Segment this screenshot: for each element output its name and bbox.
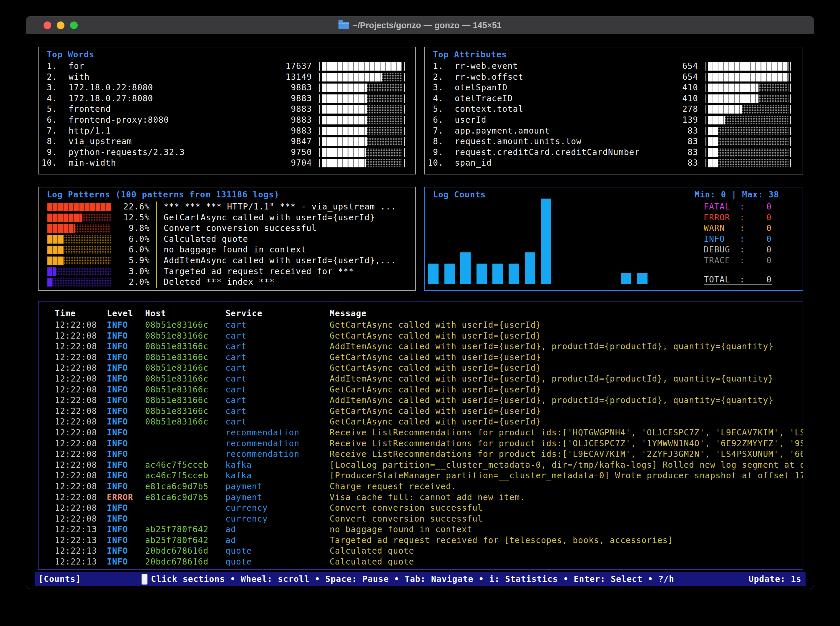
log-row[interactable]: 12:22:08 INFO 08b51e83166c cart GetCartA… xyxy=(39,352,802,363)
log-level: INFO xyxy=(107,557,128,568)
log-host: e81ca6c9d7b5 xyxy=(145,481,209,492)
log-row[interactable]: 12:22:08 INFO recommendation Receive Lis… xyxy=(39,427,802,438)
log-message: AddItemAsync called with userId={userId}… xyxy=(330,341,802,352)
log-service: payment xyxy=(226,492,263,503)
log-message: Receive ListRecommendations for product … xyxy=(330,438,802,449)
word-label: with xyxy=(69,72,90,83)
log-row[interactable]: 12:22:08 ERROR e81ca6c9d7b5 payment Visa… xyxy=(39,492,802,503)
attribute-count: 278 xyxy=(631,104,698,115)
log-time: 12:22:08 xyxy=(55,513,97,524)
top-word-row: 10. min-width 9704 xyxy=(39,158,415,169)
log-time: 12:22:13 xyxy=(55,524,97,535)
log-message: Charge request received. xyxy=(330,481,802,492)
header-service: Service xyxy=(226,308,263,319)
log-row[interactable]: 12:22:08 INFO 08b51e83166c cart AddItemA… xyxy=(39,341,802,352)
log-message: Receive ListRecommendations for product … xyxy=(330,427,802,438)
panel-log-table[interactable]: Time Level Host Service Message 12:22:08… xyxy=(38,301,803,570)
log-service: cart xyxy=(226,395,247,406)
panel-log-patterns[interactable]: Log Patterns (100 patterns from 131186 l… xyxy=(38,187,416,291)
log-level: INFO xyxy=(107,481,128,492)
log-message: GetCartAsync called with userId={userId} xyxy=(330,385,802,395)
log-row[interactable]: 12:22:08 INFO e81ca6c9d7b5 payment Charg… xyxy=(39,481,802,492)
word-count: 9883 xyxy=(244,125,312,136)
log-message: Calculated quote xyxy=(330,557,802,568)
pattern-row: 2.0% Deleted *** index *** xyxy=(39,277,415,288)
log-time: 12:22:08 xyxy=(55,320,97,331)
log-row[interactable]: 12:22:08 INFO 08b51e83166c cart GetCartA… xyxy=(39,320,802,331)
log-row[interactable]: 12:22:08 INFO 08b51e83166c cart GetCartA… xyxy=(39,331,802,341)
log-row[interactable]: 12:22:08 INFO recommendation Receive Lis… xyxy=(39,438,802,449)
attribute-count: 410 xyxy=(631,82,698,93)
log-row[interactable]: 12:22:13 INFO ab25f780f642 ad Targeted a… xyxy=(39,535,802,546)
log-service: cart xyxy=(226,385,247,395)
pattern-percent: 9.8% xyxy=(115,223,150,234)
panel-title: Top Words xyxy=(47,50,94,59)
word-bar xyxy=(319,62,405,70)
log-time: 12:22:08 xyxy=(55,470,97,481)
log-row[interactable]: 12:22:13 INFO 20bdc678616d quote Calcula… xyxy=(39,557,802,568)
pattern-percent: 22.6% xyxy=(115,202,150,212)
log-time: 12:22:13 xyxy=(55,535,97,546)
log-row[interactable]: 12:22:08 INFO ac46c7f5cceb kafka [Produc… xyxy=(39,470,802,481)
severity-label: TRACE xyxy=(704,255,740,266)
log-host: 08b51e83166c xyxy=(145,374,209,385)
top-attribute-row: 8. request.amount.units.low 83 xyxy=(425,136,802,147)
log-service: cart xyxy=(226,331,247,341)
attribute-bar xyxy=(705,62,791,70)
log-row[interactable]: 12:22:08 INFO recommendation Receive Lis… xyxy=(39,449,802,460)
log-service: kafka xyxy=(226,460,252,471)
panel-top-words[interactable]: Top Words 1. for 17637 2. with xyxy=(38,47,416,174)
rank-label: 3. xyxy=(39,82,57,93)
rank-label: 3. xyxy=(425,82,444,93)
log-level: INFO xyxy=(107,395,128,406)
pattern-percent: 6.0% xyxy=(115,244,150,255)
log-host: 08b51e83166c xyxy=(145,385,209,395)
panel-top-attributes[interactable]: Top Attributes 1. rr-web.event 654 2. xyxy=(424,47,803,174)
log-row[interactable]: 12:22:08 INFO 08b51e83166c cart GetCartA… xyxy=(39,416,802,427)
word-count: 9883 xyxy=(244,104,312,115)
log-row[interactable]: 12:22:08 INFO 08b51e83166c cart AddItemA… xyxy=(39,395,802,406)
log-message: GetCartAsync called with userId={userId} xyxy=(330,331,802,341)
log-row[interactable]: 12:22:08 INFO 08b51e83166c cart GetCartA… xyxy=(39,406,802,417)
log-service: currency xyxy=(226,513,268,524)
log-level: INFO xyxy=(107,341,128,352)
log-host: 20bdc678616d xyxy=(145,546,209,557)
word-bar xyxy=(319,138,405,146)
top-words-list: 1. for 17637 2. with 13149 xyxy=(39,61,415,169)
attribute-label: otelSpanID xyxy=(455,82,508,93)
attribute-bar xyxy=(705,105,791,114)
log-row[interactable]: 12:22:08 INFO 08b51e83166c cart GetCartA… xyxy=(39,363,802,374)
header-host: Host xyxy=(145,308,166,319)
log-row[interactable]: 12:22:08 INFO 08b51e83166c cart GetCartA… xyxy=(39,385,802,395)
log-level: INFO xyxy=(107,470,128,481)
log-row[interactable]: 12:22:08 INFO currency Convert conversio… xyxy=(39,513,802,524)
log-row[interactable]: 12:22:13 INFO ab25f780f642 ad no baggage… xyxy=(39,524,802,535)
word-count: 17637 xyxy=(244,61,312,72)
attribute-count: 654 xyxy=(631,61,698,72)
pattern-row: 22.6% *** *** *** HTTP/1.1" *** - via_up… xyxy=(39,202,415,212)
log-row[interactable]: 12:22:08 INFO ac46c7f5cceb kafka [LocalL… xyxy=(39,460,802,471)
log-row[interactable]: 12:22:13 INFO 20bdc678616d quote Calcula… xyxy=(39,546,802,557)
log-level: INFO xyxy=(107,363,128,374)
log-service: cart xyxy=(226,374,247,385)
word-label: 172.18.0.22:8080 xyxy=(69,82,153,93)
pattern-bar xyxy=(47,246,111,254)
log-level: INFO xyxy=(107,449,128,460)
count-bar xyxy=(525,252,535,284)
log-message: Convert conversion successful xyxy=(330,513,802,524)
log-row[interactable]: 12:22:08 INFO 08b51e83166c cart AddItemA… xyxy=(39,374,802,385)
word-label: http/1.1 xyxy=(69,125,111,136)
log-time: 12:22:08 xyxy=(55,374,97,385)
word-label: via_upstream xyxy=(69,136,132,147)
table-header: Time Level Host Service Message xyxy=(39,308,802,319)
top-word-row: 7. http/1.1 9883 xyxy=(39,125,415,136)
pattern-text: AddItemAsync called with userId={userId}… xyxy=(164,255,396,266)
pattern-text: GetCartAsync called with userId={userId} xyxy=(164,212,375,223)
attribute-label: userId xyxy=(455,115,486,125)
log-row[interactable]: 12:22:08 INFO currency Convert conversio… xyxy=(39,503,802,513)
rank-label: 9. xyxy=(39,147,57,158)
top-attribute-row: 4. otelTraceID 410 xyxy=(425,93,802,104)
attribute-count: 83 xyxy=(631,147,698,158)
panel-log-counts[interactable]: Log Counts Min: 0 | Max: 38 FATAL : 0 ER… xyxy=(424,187,803,291)
pattern-row: 6.0% no baggage found in context xyxy=(39,244,415,255)
